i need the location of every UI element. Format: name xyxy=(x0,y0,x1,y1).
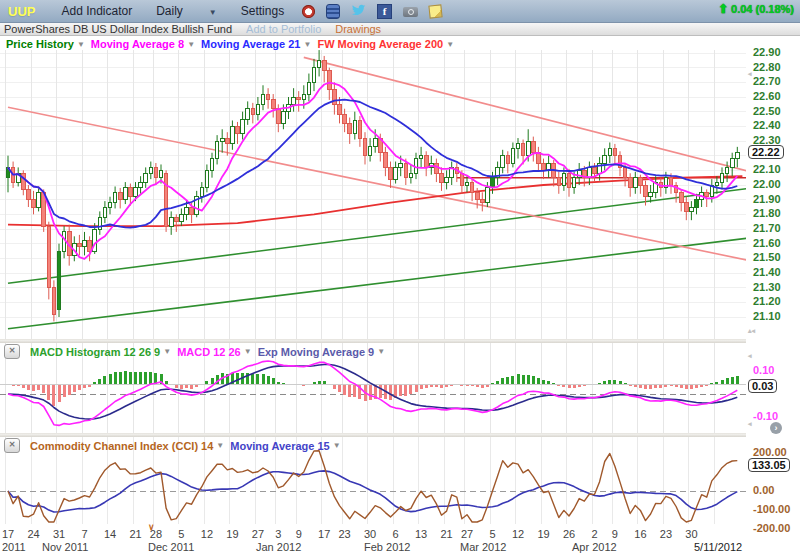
close-panel-button[interactable]: ✕ xyxy=(4,438,20,453)
cci-tick-label: 200.00 xyxy=(753,446,787,458)
price-tick-label: 21.60 xyxy=(753,237,781,249)
camera-icon[interactable] xyxy=(403,7,418,17)
price-tick-label: 21.80 xyxy=(753,207,781,219)
price-tick-label: 21.10 xyxy=(753,310,781,322)
week-tick-label: 5 xyxy=(489,528,495,540)
chart-application: UUP Add Indicator Daily▼ Settings f ⬆ 0.… xyxy=(0,0,800,558)
scroll-right-icon[interactable]: › xyxy=(770,422,782,434)
price-axis[interactable]: 22.9022.8022.7022.6022.5022.4022.3022.10… xyxy=(746,36,800,558)
week-tick-label: 5 xyxy=(178,528,184,540)
week-tick-label: 27 xyxy=(252,528,264,540)
week-tick-label: 19 xyxy=(537,528,549,540)
week-tick-label: 27 xyxy=(461,528,473,540)
week-tick-label: 30 xyxy=(685,528,697,540)
date-axis[interactable]: 1724317142128512192739172330613212751219… xyxy=(0,524,746,558)
timeframe-value: Daily xyxy=(156,4,183,18)
chevron-down-icon: ▼ xyxy=(333,441,341,450)
week-tick-label: 9 xyxy=(612,528,618,540)
change-value: 0.04 (0.18%) xyxy=(731,3,794,15)
macd-legend-item[interactable]: Exp Moving Average 9▼ xyxy=(258,346,385,358)
macd-legend: ✕MACD Histogram 12 26 9▼MACD 12 26▼Exp M… xyxy=(4,344,385,359)
price-chart-canvas[interactable] xyxy=(0,36,746,339)
price-tick-label: 22.90 xyxy=(753,46,781,58)
week-tick-label: 21 xyxy=(129,528,141,540)
database-icon[interactable] xyxy=(326,4,340,19)
week-tick-label: 17 xyxy=(2,528,14,540)
cci-legend-item[interactable]: Moving Average 15▼ xyxy=(230,440,340,452)
week-tick-label: 12 xyxy=(201,528,213,540)
macd-tick-label: 0.10 xyxy=(753,364,774,376)
timeframe-select[interactable]: Daily▼ xyxy=(156,4,217,18)
price-tick-label: 22.60 xyxy=(753,90,781,102)
last-date-label: 5/11/2012 xyxy=(694,541,742,553)
panel-resize-icon[interactable]: ◂ xyxy=(748,352,752,360)
price-tick-label: 22.40 xyxy=(753,119,781,131)
month-label: Nov 2011 xyxy=(42,541,88,553)
price-tick-label: 22.50 xyxy=(753,105,781,117)
price-tick-label: 21.20 xyxy=(753,295,781,307)
cci-value-box: 133.05 xyxy=(748,458,790,472)
cci-legend-item[interactable]: Commodity Channel Index (CCI) 14▼ xyxy=(30,440,224,452)
week-tick-label: 19 xyxy=(226,528,238,540)
chevron-down-icon: ▼ xyxy=(77,40,85,49)
close-panel-button[interactable]: ✕ xyxy=(4,344,20,359)
week-tick-label: 24 xyxy=(27,528,39,540)
price-legend-item[interactable]: Price History▼ xyxy=(6,38,85,50)
week-tick-label: 31 xyxy=(53,528,65,540)
price-legend-item[interactable]: Moving Average 8▼ xyxy=(91,38,195,50)
alarm-icon[interactable] xyxy=(302,5,315,18)
month-label: 2011 xyxy=(2,541,26,553)
month-label: Feb 2012 xyxy=(364,541,410,553)
month-label: Apr 2012 xyxy=(572,541,617,553)
drawings-menu[interactable]: Drawings xyxy=(335,23,381,35)
week-tick-label: 23 xyxy=(338,528,350,540)
note-icon[interactable] xyxy=(428,4,442,18)
price-tick-label: 21.70 xyxy=(753,222,781,234)
chevron-down-icon: ▼ xyxy=(446,40,454,49)
macd-value-box: 0.03 xyxy=(748,379,777,393)
price-legend-item[interactable]: FW Moving Average 200▼ xyxy=(317,38,454,50)
price-tick-label: 22.70 xyxy=(753,75,781,87)
symbol-bar: PowerShares DB US Dollar Index Bullish F… xyxy=(0,23,800,36)
price-change: ⬆ 0.04 (0.18%) xyxy=(718,3,794,15)
price-legend-item[interactable]: Moving Average 21▼ xyxy=(201,38,311,50)
price-tick-label: 21.40 xyxy=(753,266,781,278)
macd-legend-item[interactable]: MACD 12 26▼ xyxy=(177,346,252,358)
cci-tick-label: -100.00 xyxy=(753,503,790,515)
price-legend: Price History▼Moving Average 8▼Moving Av… xyxy=(6,38,454,50)
price-tick-label: 21.30 xyxy=(753,281,781,293)
twitter-icon[interactable] xyxy=(351,3,366,19)
chevron-down-icon: ▼ xyxy=(304,40,312,49)
chevron-down-icon: ▼ xyxy=(244,347,252,356)
week-tick-label: 30 xyxy=(364,528,376,540)
macd-legend-item[interactable]: MACD Histogram 12 26 9▼ xyxy=(30,346,171,358)
chevron-down-icon: ▼ xyxy=(209,8,217,17)
chevron-down-icon: ▼ xyxy=(163,347,171,356)
price-tick-label: 22.00 xyxy=(753,178,781,190)
cci-tick-label: -200.00 xyxy=(753,522,790,534)
panel-resize-icon[interactable]: ◂ xyxy=(748,420,752,428)
settings-button[interactable]: Settings xyxy=(241,4,284,18)
week-tick-label: 26 xyxy=(563,528,575,540)
week-tick-label: 12 xyxy=(512,528,524,540)
cci-legend: ✕Commodity Channel Index (CCI) 14▼Moving… xyxy=(4,438,341,453)
add-to-portfolio-button[interactable]: Add to Portfolio xyxy=(246,23,321,35)
price-tick-label: 22.10 xyxy=(753,163,781,175)
week-tick-label: 6 xyxy=(393,528,399,540)
toolbar: UUP Add Indicator Daily▼ Settings f ⬆ 0.… xyxy=(0,0,800,23)
month-label: Mar 2012 xyxy=(460,541,506,553)
month-label: Dec 2011 xyxy=(148,541,194,553)
symbol-label[interactable]: UUP xyxy=(8,4,35,19)
week-tick-label: 21 xyxy=(440,528,452,540)
price-tick-label: 22.80 xyxy=(753,61,781,73)
facebook-icon[interactable]: f xyxy=(377,4,392,19)
last-price-box: 22.22 xyxy=(748,145,784,159)
add-indicator-button[interactable]: Add Indicator xyxy=(61,4,132,18)
week-tick-label: 7 xyxy=(81,528,87,540)
week-tick-label: 3 xyxy=(275,528,281,540)
panel-resize-icon[interactable]: ◂ xyxy=(748,70,752,78)
drawing-marker-icon[interactable]: ∨ xyxy=(148,522,155,532)
cci-tick-label: 0.00 xyxy=(753,484,774,496)
price-tick-label: 21.90 xyxy=(753,193,781,205)
panel-resize-icon[interactable]: ▴◂ xyxy=(748,327,755,335)
